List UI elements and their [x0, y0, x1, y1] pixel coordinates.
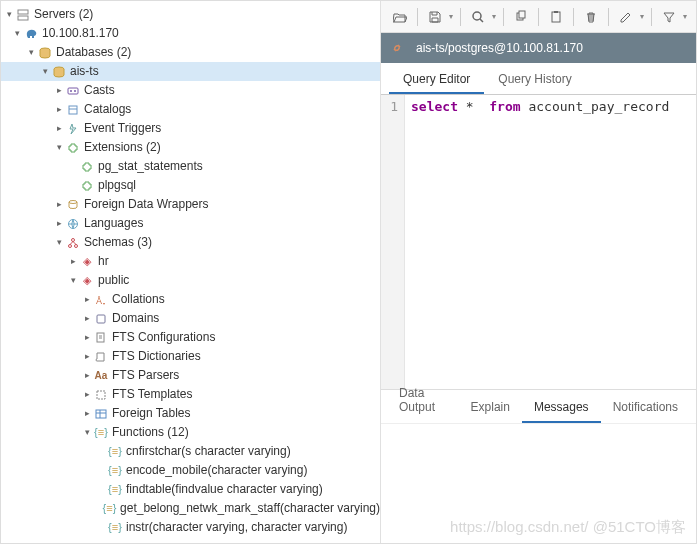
tree-node-schema-hr[interactable]: ▸ ◈ hr [1, 252, 380, 271]
extension-icon [79, 159, 95, 175]
tree-node-domains[interactable]: ▸ Domains [1, 309, 380, 328]
svg-rect-31 [554, 11, 558, 13]
chevron-right-icon: ▸ [81, 385, 93, 404]
tree-node-event-triggers[interactable]: ▸ Event Triggers [1, 119, 380, 138]
foreign-tables-icon [93, 406, 109, 422]
sql-editor[interactable]: 1 select * from account_pay_record [381, 95, 696, 389]
tree-node-server[interactable]: ▾ 10.100.81.170 [1, 24, 380, 43]
chevron-down-icon: ▾ [25, 43, 37, 62]
svg-point-9 [69, 200, 77, 203]
extensions-icon [65, 140, 81, 156]
filter-dropdown[interactable]: ▾ [680, 5, 690, 29]
chevron-right-icon: ▸ [81, 366, 93, 385]
separator [608, 8, 609, 26]
servers-icon [15, 7, 31, 23]
tree-label: plpgsql [98, 176, 136, 195]
tree-label: FTS Parsers [112, 366, 179, 385]
collations-icon: Å [93, 292, 109, 308]
database-icon [51, 64, 67, 80]
tree-label: Extensions (2) [84, 138, 161, 157]
object-browser[interactable]: ▾ Servers (2) ▾ 10.100.81.170 ▾ Database… [1, 1, 381, 543]
event-triggers-icon [65, 121, 81, 137]
tree-node-catalogs[interactable]: ▸ Catalogs [1, 100, 380, 119]
tree-label: ais-ts [70, 62, 99, 81]
svg-rect-1 [18, 16, 28, 20]
tree-node-function-item[interactable]: {≡} cnfirstchar(s character varying) [1, 442, 380, 461]
tree-node-schemas[interactable]: ▾ Schemas (3) [1, 233, 380, 252]
code-area[interactable]: select * from account_pay_record [405, 95, 696, 389]
tree-label: Functions (12) [112, 423, 189, 442]
tree-node-extensions[interactable]: ▾ Extensions (2) [1, 138, 380, 157]
tree-node-foreign-tables[interactable]: ▸ Foreign Tables [1, 404, 380, 423]
find-dropdown[interactable]: ▾ [489, 5, 499, 29]
tree-node-ext-item[interactable]: plpgsql [1, 176, 380, 195]
tree-node-function-item[interactable]: {≡} instr(character varying, character v… [1, 518, 380, 537]
save-dropdown[interactable]: ▾ [446, 5, 456, 29]
delete-button[interactable] [578, 5, 604, 29]
tree-label: Languages [84, 214, 143, 233]
tree-label: Databases (2) [56, 43, 131, 62]
svg-point-26 [473, 12, 481, 20]
tab-query-editor[interactable]: Query Editor [389, 65, 484, 94]
fts-parsers-icon: Aa [93, 368, 109, 384]
fts-config-icon [93, 330, 109, 346]
edit-dropdown[interactable]: ▾ [637, 5, 647, 29]
function-icon: {≡} [107, 482, 123, 498]
svg-point-6 [74, 90, 76, 92]
tree-label: Foreign Tables [112, 404, 191, 423]
tree-node-function-item[interactable]: {≡} findtable(findvalue character varyin… [1, 480, 380, 499]
fts-dict-icon [93, 349, 109, 365]
tree-node-functions[interactable]: ▾ {≡} Functions (12) [1, 423, 380, 442]
domains-icon [93, 311, 109, 327]
svg-text:Å: Å [96, 296, 102, 306]
chevron-right-icon: ▸ [53, 214, 65, 233]
separator [503, 8, 504, 26]
filter-button[interactable] [656, 5, 682, 29]
tree-node-collations[interactable]: ▸ Å Collations [1, 290, 380, 309]
output-tabs: Data Output Explain Messages Notificatio… [381, 389, 696, 423]
tree-node-function-item[interactable]: {≡} get_belong_netwk_mark_staff(characte… [1, 499, 380, 518]
connection-label: ais-ts/postgres@10.100.81.170 [416, 41, 583, 55]
tab-data-output[interactable]: Data Output [387, 378, 459, 423]
function-icon: {≡} [102, 501, 117, 517]
tree-label: 10.100.81.170 [42, 24, 119, 43]
tree-label: cnfirstchar(s character varying) [126, 442, 291, 461]
tree-node-servers[interactable]: ▾ Servers (2) [1, 5, 380, 24]
tree-node-fts-parsers[interactable]: ▸ Aa FTS Parsers [1, 366, 380, 385]
function-icon: {≡} [107, 520, 123, 536]
tree-node-function-item[interactable]: {≡} encode_mobile(character varying) [1, 461, 380, 480]
chevron-down-icon: ▾ [11, 24, 23, 43]
tree-label: Casts [84, 81, 115, 100]
tree-node-databases[interactable]: ▾ Databases (2) [1, 43, 380, 62]
open-file-button[interactable] [387, 5, 413, 29]
tree-label: get_belong_netwk_mark_staff(character va… [120, 499, 380, 518]
editor-tabs: Query Editor Query History [381, 63, 696, 95]
tree-label: encode_mobile(character varying) [126, 461, 307, 480]
tree-node-schema-public[interactable]: ▾ ◈ public [1, 271, 380, 290]
paste-button[interactable] [543, 5, 569, 29]
tree-node-db[interactable]: ▾ ais-ts [1, 62, 380, 81]
tab-explain[interactable]: Explain [459, 392, 522, 423]
tab-query-history[interactable]: Query History [484, 65, 585, 94]
connection-bar[interactable]: ais-ts/postgres@10.100.81.170 [381, 33, 696, 63]
kw-from: from [481, 99, 528, 114]
tree-node-fts-templates[interactable]: ▸ FTS Templates [1, 385, 380, 404]
chevron-right-icon: ▸ [81, 309, 93, 328]
svg-point-5 [70, 90, 72, 92]
copy-button[interactable] [508, 5, 534, 29]
tab-notifications[interactable]: Notifications [601, 392, 690, 423]
tree-label: Domains [112, 309, 159, 328]
tree-node-fts-conf[interactable]: ▸ FTS Configurations [1, 328, 380, 347]
tree-node-casts[interactable]: ▸ Casts [1, 81, 380, 100]
tree-node-fts-dict[interactable]: ▸ FTS Dictionaries [1, 347, 380, 366]
tree-node-ext-item[interactable]: pg_stat_statements [1, 157, 380, 176]
chevron-down-icon: ▾ [53, 138, 65, 157]
tree-node-languages[interactable]: ▸ Languages [1, 214, 380, 233]
edit-button[interactable] [613, 5, 639, 29]
tree-node-fdw[interactable]: ▸ Foreign Data Wrappers [1, 195, 380, 214]
connection-icon [389, 40, 405, 56]
save-button[interactable] [422, 5, 448, 29]
find-button[interactable] [465, 5, 491, 29]
separator [460, 8, 461, 26]
tab-messages[interactable]: Messages [522, 392, 601, 423]
